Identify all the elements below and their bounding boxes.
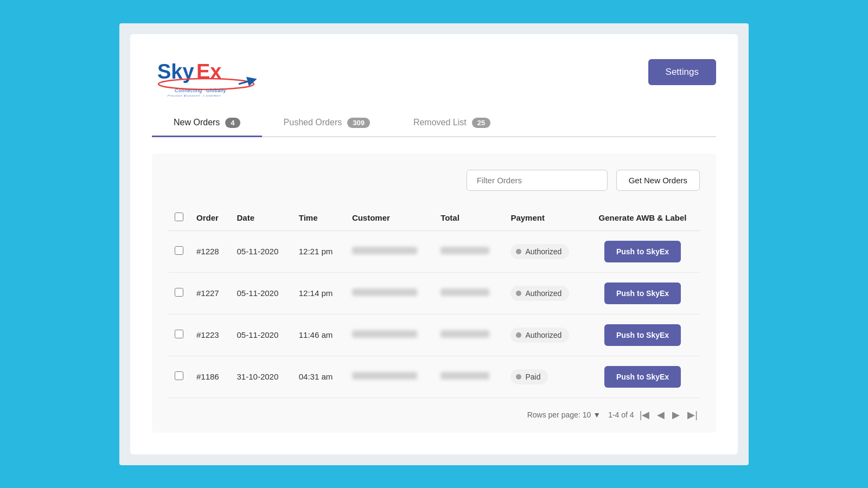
row-time: 12:14 pm (292, 272, 346, 314)
inner-card: Sky Ex Connecting Globally Cour (130, 34, 738, 454)
header: Sky Ex Connecting Globally Cour (152, 50, 716, 94)
th-order: Order (190, 207, 231, 231)
push-to-skyex-button[interactable]: Push to SkyEx (604, 366, 681, 388)
tab-pushed-orders-label: Pushed Orders (284, 118, 342, 127)
th-time: Time (292, 207, 346, 231)
row-checkbox-cell (168, 356, 190, 397)
th-generate: Generate AWB & Label (585, 207, 700, 231)
row-total (434, 314, 504, 356)
row-push-cell: Push to SkyEx (585, 230, 700, 272)
row-customer (346, 230, 434, 272)
row-customer (346, 356, 434, 397)
row-order: #1227 (190, 272, 231, 314)
table-row: #122305-11-202011:46 amAuthorizedPush to… (168, 314, 700, 356)
th-select-all (168, 207, 190, 231)
row-payment: Authorized (504, 272, 585, 314)
payment-dot-icon (516, 332, 521, 338)
th-total: Total (434, 207, 504, 231)
settings-button[interactable]: Settings (648, 59, 716, 85)
tab-new-orders-badge: 4 (225, 118, 240, 128)
toolbar: Get New Orders (168, 170, 700, 191)
pagination-range: 1-4 of 4 (608, 410, 634, 419)
pagination-nav: 1-4 of 4 |◀ ◀ ▶ ▶| (608, 408, 700, 422)
rows-per-page-dropdown-icon[interactable]: ▼ (593, 410, 601, 419)
row-time: 12:21 pm (292, 230, 346, 272)
select-all-checkbox[interactable] (175, 213, 183, 221)
payment-dot-icon (516, 374, 521, 380)
row-order: #1186 (190, 356, 231, 397)
row-push-cell: Push to SkyEx (585, 356, 700, 397)
tab-new-orders[interactable]: New Orders 4 (152, 110, 262, 137)
tab-removed-list-badge: 25 (472, 118, 490, 128)
table-row: #118631-10-202004:31 amPaidPush to SkyEx (168, 356, 700, 397)
row-customer (346, 314, 434, 356)
row-payment: Authorized (504, 314, 585, 356)
skyex-logo: Sky Ex Connecting Globally Cour (152, 50, 260, 97)
row-date: 05-11-2020 (231, 272, 292, 314)
row-checkbox-cell (168, 230, 190, 272)
main-container: Sky Ex Connecting Globally Cour (119, 23, 749, 465)
row-order: #1223 (190, 314, 231, 356)
row-checkbox[interactable] (175, 371, 183, 380)
payment-status-label: Authorized (525, 331, 561, 339)
row-push-cell: Push to SkyEx (585, 272, 700, 314)
row-checkbox[interactable] (175, 330, 183, 338)
row-customer (346, 272, 434, 314)
row-checkbox-cell (168, 272, 190, 314)
payment-status-label: Authorized (525, 289, 561, 298)
row-checkbox[interactable] (175, 288, 183, 297)
filter-input[interactable] (467, 170, 608, 191)
pagination: Rows per page: 10 ▼ 1-4 of 4 |◀ ◀ ▶ ▶| (168, 408, 700, 422)
logo-area: Sky Ex Connecting Globally Cour (152, 50, 260, 94)
payment-dot-icon (516, 249, 521, 254)
row-date: 05-11-2020 (231, 314, 292, 356)
row-date: 31-10-2020 (231, 356, 292, 397)
tab-pushed-orders[interactable]: Pushed Orders 309 (262, 110, 392, 137)
table-row: #122805-11-202012:21 pmAuthorizedPush to… (168, 230, 700, 272)
pagination-next-button[interactable]: ▶ (670, 408, 682, 422)
pagination-prev-button[interactable]: ◀ (655, 408, 667, 422)
payment-dot-icon (516, 291, 521, 296)
row-checkbox[interactable] (175, 246, 183, 255)
row-push-cell: Push to SkyEx (585, 314, 700, 356)
push-to-skyex-button[interactable]: Push to SkyEx (604, 324, 681, 346)
tab-pushed-orders-badge: 309 (347, 118, 370, 128)
svg-text:Courier Express, Logistics: Courier Express, Logistics (167, 94, 221, 97)
table-row: #122705-11-202012:14 pmAuthorizedPush to… (168, 272, 700, 314)
tabs-container: New Orders 4 Pushed Orders 309 Removed L… (152, 110, 716, 137)
rows-per-page-value: 10 (583, 410, 591, 419)
row-total (434, 272, 504, 314)
tab-removed-list-label: Removed List (413, 118, 467, 127)
svg-text:Connecting: Connecting (175, 88, 202, 93)
th-customer: Customer (346, 207, 434, 231)
push-to-skyex-button[interactable]: Push to SkyEx (604, 282, 681, 304)
pagination-first-button[interactable]: |◀ (637, 408, 652, 422)
row-payment: Authorized (504, 230, 585, 272)
th-date: Date (231, 207, 292, 231)
table-header-row: Order Date Time Customer Total Payment G… (168, 207, 700, 231)
pagination-last-button[interactable]: ▶| (685, 408, 700, 422)
th-payment: Payment (504, 207, 585, 231)
row-checkbox-cell (168, 314, 190, 356)
tab-new-orders-label: New Orders (174, 118, 220, 127)
row-time: 04:31 am (292, 356, 346, 397)
svg-text:Ex: Ex (196, 60, 221, 83)
push-to-skyex-button[interactable]: Push to SkyEx (604, 241, 681, 262)
tab-removed-list[interactable]: Removed List 25 (392, 110, 512, 137)
rows-per-page: Rows per page: 10 ▼ (527, 410, 601, 419)
content-area: Get New Orders Order Date Time Customer … (152, 153, 716, 433)
rows-per-page-label: Rows per page: (527, 410, 580, 419)
svg-text:Globally: Globally (206, 88, 226, 93)
row-payment: Paid (504, 356, 585, 397)
row-total (434, 356, 504, 397)
payment-status-label: Authorized (525, 247, 561, 256)
row-order: #1228 (190, 230, 231, 272)
orders-table: Order Date Time Customer Total Payment G… (168, 207, 700, 398)
row-total (434, 230, 504, 272)
row-time: 11:46 am (292, 314, 346, 356)
row-date: 05-11-2020 (231, 230, 292, 272)
get-new-orders-button[interactable]: Get New Orders (616, 170, 700, 191)
payment-status-label: Paid (525, 373, 540, 381)
